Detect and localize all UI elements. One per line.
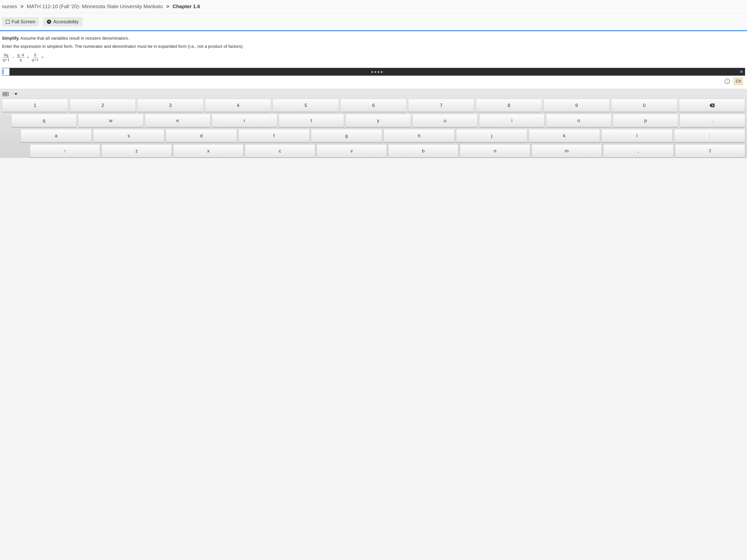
accessibility-icon xyxy=(47,20,51,24)
key-period[interactable]: . xyxy=(680,114,745,128)
key-w[interactable]: w xyxy=(78,114,144,128)
key-k[interactable]: k xyxy=(529,129,600,143)
onscreen-keyboard: 1234567890 qwertyuiop. asdfghjkl: ↑zxcvb… xyxy=(0,89,747,158)
minus-op: − xyxy=(12,55,15,60)
answer-row: ●●●● ✕ xyxy=(2,68,745,76)
text-cursor xyxy=(3,70,3,74)
key-3[interactable]: 3 xyxy=(137,99,204,112)
dropdown-caret-icon[interactable] xyxy=(15,93,18,95)
key-0[interactable]: 0 xyxy=(611,99,677,112)
breadcrumb-level-3[interactable]: Chapter 1.6 xyxy=(173,3,200,9)
fraction-2: q−4 q xyxy=(17,53,25,62)
key-1[interactable]: 1 xyxy=(2,99,68,112)
answer-input[interactable] xyxy=(2,68,10,76)
chevron-right-icon: > xyxy=(20,3,23,9)
key-d[interactable]: d xyxy=(166,129,237,143)
key-m[interactable]: m xyxy=(532,144,602,158)
frac2-den: q xyxy=(19,57,23,62)
key-l[interactable]: l xyxy=(601,129,672,143)
fullscreen-icon xyxy=(6,20,10,24)
close-icon[interactable]: ✕ xyxy=(740,70,743,74)
question-prompt: Simplify. Assume that all variables resu… xyxy=(2,36,745,41)
key-7[interactable]: 7 xyxy=(408,99,474,112)
info-icon[interactable]: i xyxy=(725,79,730,84)
key-:[interactable]: : xyxy=(674,129,745,143)
key-q[interactable]: q xyxy=(11,114,77,128)
prompt-rest: Assume that all variables result in nonz… xyxy=(20,36,129,41)
frac2-num: q−4 xyxy=(17,53,25,57)
key-y[interactable]: y xyxy=(345,114,411,128)
key-9[interactable]: 9 xyxy=(543,99,610,112)
toolbar: Full Screen Accessibility xyxy=(0,13,747,30)
key-v[interactable]: v xyxy=(317,144,387,158)
keyboard-top-bar xyxy=(2,91,745,99)
key-j[interactable]: j xyxy=(456,129,527,143)
fullscreen-label: Full Screen xyxy=(12,19,35,25)
breadcrumb-level-1[interactable]: ourses xyxy=(2,3,17,9)
question-instructions: Enter the expression in simplest form. T… xyxy=(2,44,745,49)
key-i[interactable]: i xyxy=(479,114,544,128)
below-answer-bar: i Ch xyxy=(2,76,745,87)
keyboard-row-2: qwertyuiop. xyxy=(2,114,745,128)
key-5[interactable]: 5 xyxy=(273,99,339,112)
fraction-1: 6q q+1 xyxy=(2,53,10,62)
key-p[interactable]: p xyxy=(613,114,678,128)
key-t[interactable]: t xyxy=(279,114,344,128)
key-n[interactable]: n xyxy=(460,144,530,158)
key-h[interactable]: h xyxy=(384,129,455,143)
frac1-den: q+1 xyxy=(2,57,10,62)
keyboard-row-4: ↑zxcvbnm,⇧ xyxy=(2,144,745,158)
question-content: Simplify. Assume that all variables resu… xyxy=(0,31,747,89)
key-c[interactable]: c xyxy=(245,144,315,158)
key-4[interactable]: 4 xyxy=(205,99,271,112)
key-6[interactable]: 6 xyxy=(340,99,407,112)
key-,[interactable]: , xyxy=(603,144,673,158)
key-z[interactable]: z xyxy=(102,144,172,158)
keyboard-row-1: 1234567890 xyxy=(2,99,745,112)
key-s[interactable]: s xyxy=(93,129,164,143)
chevron-right-icon: > xyxy=(166,3,169,9)
prompt-bold: Simplify. xyxy=(2,36,20,41)
equals-op: = xyxy=(41,55,44,60)
key-b[interactable]: b xyxy=(388,144,458,158)
key-u[interactable]: u xyxy=(412,114,478,128)
key-o[interactable]: o xyxy=(546,114,611,128)
fullscreen-button[interactable]: Full Screen xyxy=(2,17,39,26)
frac3-num: 6 xyxy=(33,53,37,57)
key-r[interactable]: r xyxy=(212,114,277,128)
keyboard-rows: 1234567890 qwertyuiop. asdfghjkl: ↑zxcvb… xyxy=(2,99,745,158)
breadcrumb-level-2[interactable]: MATH 112-10 (Fall '20)- Minnesota State … xyxy=(27,3,163,9)
key-a[interactable]: a xyxy=(21,129,92,143)
key-8[interactable]: 8 xyxy=(476,99,542,112)
frac3-den: q+1 xyxy=(31,57,39,62)
key-f[interactable]: f xyxy=(238,129,309,143)
frac1-num: 6q xyxy=(3,53,9,57)
math-expression: 6q q+1 − q−4 q + 6 q+1 = xyxy=(2,53,745,62)
math-toolbar[interactable]: ●●●● ✕ xyxy=(10,68,745,76)
fraction-3: 6 q+1 xyxy=(31,53,39,62)
key-shift-left[interactable]: ↑ xyxy=(30,144,100,158)
key-g[interactable]: g xyxy=(311,129,382,143)
accessibility-label: Accessibility xyxy=(53,19,79,25)
accessibility-button[interactable]: Accessibility xyxy=(43,17,82,26)
keyboard-icon[interactable] xyxy=(3,92,8,96)
breadcrumb: ourses > MATH 112-10 (Fall '20)- Minneso… xyxy=(0,0,747,13)
key-e[interactable]: e xyxy=(145,114,210,128)
key-shift-right[interactable]: ⇧ xyxy=(675,144,745,158)
key-x[interactable]: x xyxy=(173,144,243,158)
key-2[interactable]: 2 xyxy=(70,99,136,112)
drag-handle-icon[interactable]: ●●●● xyxy=(371,70,384,74)
key-backspace[interactable] xyxy=(679,99,745,112)
plus-op: + xyxy=(27,55,29,60)
check-button[interactable]: Ch xyxy=(733,77,743,85)
keyboard-row-3: asdfghjkl: xyxy=(2,129,745,143)
